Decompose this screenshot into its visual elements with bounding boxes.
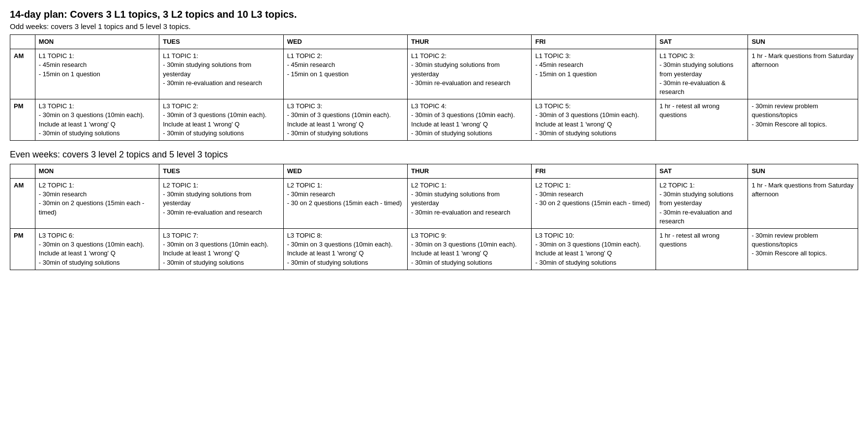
even-pm-sun: - 30min review problem questions/topics … [748,229,858,270]
even-am-sun: 1 hr - Mark questions from Saturday afte… [748,179,858,229]
even-pm-thur: L3 TOPIC 9: - 30min on 3 questions (10mi… [408,229,532,270]
odd-subtitle: Odd weeks: covers 3 level 1 topics and 5… [10,22,858,31]
even-subtitle: Even weeks: covers 3 level 2 topics and … [10,150,858,160]
odd-pm-label: PM [10,99,35,141]
odd-am-row: AM L1 TOPIC 1: - 45min research - 15min … [10,49,858,99]
odd-am-sat: L1 TOPIC 3: - 30min studying solutions f… [656,49,748,99]
even-pm-row: PM L3 TOPIC 6: - 30min on 3 questions (1… [10,229,858,270]
odd-am-mon: L1 TOPIC 1: - 45min research - 15min on … [35,49,159,99]
header-empty-even [10,164,35,178]
header-sat-odd: SAT [656,35,748,49]
header-sun-even: SUN [748,164,858,178]
odd-am-label: AM [10,49,35,99]
even-pm-mon: L3 TOPIC 6: - 30min on 3 questions (10mi… [35,229,159,270]
even-pm-fri: L3 TOPIC 10: - 30min on 3 questions (10m… [532,229,656,270]
header-sat-even: SAT [656,164,748,178]
odd-pm-mon: L3 TOPIC 1: - 30min on 3 questions (10mi… [35,99,159,141]
header-mon-even: MON [35,164,159,178]
even-am-label: AM [10,179,35,229]
header-thur-odd: THUR [408,35,532,49]
even-pm-sat: 1 hr - retest all wrong questions [656,229,748,270]
odd-week-table: MON TUES WED THUR FRI SAT SUN AM L1 TOPI… [10,34,858,141]
odd-am-thur: L1 TOPIC 2: - 30min studying solutions f… [408,49,532,99]
even-am-wed: L2 TOPIC 1: - 30min research - 30 on 2 q… [283,179,407,229]
header-sun-odd: SUN [748,35,858,49]
header-wed-even: WED [283,164,407,178]
even-am-sat: L2 TOPIC 1: - 30min studying solutions f… [656,179,748,229]
header-fri-even: FRI [532,164,656,178]
header-fri-odd: FRI [532,35,656,49]
even-am-row: AM L2 TOPIC 1: - 30min research - 30min … [10,179,858,229]
even-am-tues: L2 TOPIC 1: - 30min studying solutions f… [159,179,283,229]
odd-am-fri: L1 TOPIC 3: - 45min research - 15min on … [532,49,656,99]
main-title: 14-day plan: Covers 3 L1 topics, 3 L2 to… [10,9,858,20]
odd-pm-thur: L3 TOPIC 4: - 30min of 3 questions (10mi… [408,99,532,141]
odd-pm-row: PM L3 TOPIC 1: - 30min on 3 questions (1… [10,99,858,141]
odd-am-sun: 1 hr - Mark questions from Saturday afte… [748,49,858,99]
odd-am-tues: L1 TOPIC 1: - 30min studying solutions f… [159,49,283,99]
header-wed-odd: WED [283,35,407,49]
odd-pm-tues: L3 TOPIC 2: - 30min of 3 questions (10mi… [159,99,283,141]
even-pm-label: PM [10,229,35,270]
even-am-mon: L2 TOPIC 1: - 30min research - 30min on … [35,179,159,229]
header-empty [10,35,35,49]
header-tues-odd: TUES [159,35,283,49]
odd-am-wed: L1 TOPIC 2: - 45min research - 15min on … [283,49,407,99]
even-week-table: MON TUES WED THUR FRI SAT SUN AM L2 TOPI… [10,164,858,270]
header-thur-even: THUR [408,164,532,178]
header-tues-even: TUES [159,164,283,178]
odd-pm-fri: L3 TOPIC 5: - 30min of 3 questions (10mi… [532,99,656,141]
odd-pm-wed: L3 TOPIC 3: - 30min of 3 questions (10mi… [283,99,407,141]
odd-pm-sun: - 30min review problem questions/topics … [748,99,858,141]
odd-pm-sat: 1 hr - retest all wrong questions [656,99,748,141]
header-mon-odd: MON [35,35,159,49]
even-am-fri: L2 TOPIC 1: - 30min research - 30 on 2 q… [532,179,656,229]
even-pm-wed: L3 TOPIC 8: - 30min on 3 questions (10mi… [283,229,407,270]
even-pm-tues: L3 TOPIC 7: - 30min on 3 questions (10mi… [159,229,283,270]
even-am-thur: L2 TOPIC 1: - 30min studying solutions f… [408,179,532,229]
